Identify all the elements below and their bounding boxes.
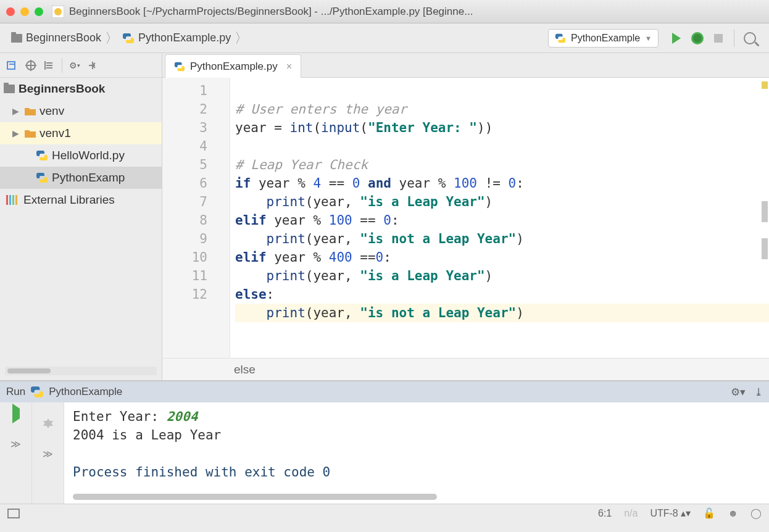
run-body: ≫ ≫ Enter Year: 2004 2004 is a Leap Year… <box>0 402 769 504</box>
svg-rect-2 <box>7 62 15 69</box>
run-config-name: PythonExample <box>49 386 122 398</box>
tree-label: HelloWorld.py <box>52 149 125 162</box>
collapse-icon[interactable] <box>43 59 56 72</box>
tree-label: venv <box>39 104 64 118</box>
svg-rect-3 <box>9 64 15 65</box>
python-file-icon <box>555 33 566 44</box>
sidebar-scrollbar[interactable] <box>5 367 157 375</box>
tree-label: PythonExamp <box>52 171 125 185</box>
run-label: Run <box>6 386 25 398</box>
window-title: BeginnersBook [~/PycharmProjects/Beginne… <box>69 6 473 18</box>
tree-external-libs[interactable]: External Libraries <box>0 189 162 211</box>
python-file-icon <box>122 32 135 44</box>
gutter: 123 456 789 101112 <box>162 78 230 358</box>
tree-label: External Libraries <box>23 193 115 207</box>
console-scrollbar[interactable] <box>73 494 437 500</box>
window-controls <box>6 7 43 16</box>
run-config-selector[interactable]: PythonExample ▼ <box>548 29 659 48</box>
status-na: n/a <box>624 508 638 519</box>
rerun-button[interactable] <box>12 409 20 418</box>
play-icon <box>12 404 20 423</box>
bug-icon <box>691 32 704 44</box>
run-button[interactable] <box>668 30 685 47</box>
run-toolbar-nav: ≫ <box>32 402 64 504</box>
tree-item-helloworld[interactable]: HelloWorld.py <box>0 144 162 167</box>
tree-project-root[interactable]: BeginnersBook <box>0 78 162 100</box>
folder-icon <box>25 107 36 115</box>
inspector-icon[interactable]: ☻ <box>728 508 738 519</box>
run-panel: Run PythonExample ⚙▾ ⤓ ≫ ≫ Enter Year: 2… <box>0 380 769 504</box>
folder-icon <box>25 129 36 138</box>
play-icon <box>672 33 681 44</box>
status-bar: 6:1 n/a UTF-8 ▴▾ 🔓 ☻ ◯ <box>0 504 769 522</box>
tree-item-pythonexample[interactable]: PythonExamp <box>0 167 162 189</box>
code-breadcrumb[interactable]: else <box>162 358 769 380</box>
folder-icon <box>4 85 15 93</box>
tab-label: PythonExample.py <box>190 60 278 73</box>
close-tab-icon[interactable]: × <box>286 61 292 72</box>
gear-icon[interactable]: ⚙▾ <box>69 59 81 72</box>
svg-point-1 <box>54 8 62 15</box>
close-window-icon[interactable] <box>6 7 15 16</box>
run-toolbar-left: ≫ <box>0 402 32 504</box>
breadcrumb-file-label: PythonExample.py <box>138 31 231 44</box>
stop-icon <box>714 34 723 43</box>
expand-arrow-icon[interactable]: ▶ <box>12 128 21 138</box>
project-tree[interactable]: BeginnersBook ▶ venv ▶ venv1 HelloWorld.… <box>0 78 162 220</box>
tree-item-venv1[interactable]: ▶ venv1 <box>0 122 162 144</box>
console-output[interactable]: Enter Year: 2004 2004 is a Leap Year Pro… <box>64 402 769 504</box>
tree-label: venv1 <box>39 127 71 140</box>
folder-icon <box>11 34 22 43</box>
stop-button[interactable] <box>710 30 727 47</box>
chevron-right-icon: 〉 <box>235 29 248 48</box>
download-icon[interactable]: ⤓ <box>754 386 763 399</box>
code-editor[interactable]: 123 456 789 101112 # User enters the yea… <box>162 78 769 358</box>
target-icon[interactable] <box>25 59 37 72</box>
hide-icon[interactable] <box>87 59 99 72</box>
search-button[interactable] <box>741 30 759 47</box>
down-button[interactable] <box>43 428 53 438</box>
arrow-down-icon <box>43 421 53 438</box>
breadcrumb-root[interactable]: BeginnersBook <box>9 31 104 44</box>
lock-icon[interactable]: 🔓 <box>703 507 715 519</box>
breadcrumb: BeginnersBook 〉 PythonExample.py 〉 <box>9 29 249 48</box>
more-icon[interactable]: ≫ <box>10 438 21 450</box>
python-file-icon <box>36 172 48 184</box>
code-content[interactable]: # User enters the yearyear = int(input("… <box>230 78 769 358</box>
cursor-position[interactable]: 6:1 <box>598 508 612 519</box>
search-icon <box>744 32 756 44</box>
main-area: ⚙▾ BeginnersBook ▶ venv ▶ venv1 HelloWor… <box>0 53 769 380</box>
python-file-icon <box>36 149 48 162</box>
separator <box>734 30 734 47</box>
minimize-window-icon[interactable] <box>20 7 29 16</box>
python-file-icon <box>30 385 44 399</box>
run-panel-header[interactable]: Run PythonExample ⚙▾ ⤓ <box>0 381 769 402</box>
tool-window-icon[interactable] <box>7 509 20 518</box>
libraries-icon <box>6 195 17 205</box>
titlebar: BeginnersBook [~/PycharmProjects/Beginne… <box>0 0 769 23</box>
editor-tabs: PythonExample.py × <box>162 53 769 78</box>
project-sidebar: ⚙▾ BeginnersBook ▶ venv ▶ venv1 HelloWor… <box>0 53 162 380</box>
pycharm-app-icon <box>52 6 64 18</box>
editor-marks <box>760 78 769 358</box>
scroll-from-source-icon[interactable] <box>6 59 19 72</box>
chevron-right-icon: 〉 <box>105 29 118 48</box>
chevron-down-icon: ▼ <box>645 35 652 42</box>
run-config-label: PythonExample <box>571 33 640 44</box>
editor-area: PythonExample.py × 123 456 789 101112 # … <box>162 53 769 380</box>
expand-arrow-icon[interactable]: ▶ <box>12 106 21 116</box>
debug-button[interactable] <box>689 30 706 47</box>
maximize-window-icon[interactable] <box>35 7 43 16</box>
feedback-icon[interactable]: ◯ <box>750 507 762 519</box>
tree-item-venv[interactable]: ▶ venv <box>0 100 162 122</box>
python-file-icon <box>174 61 185 72</box>
gear-icon[interactable]: ⚙▾ <box>731 386 746 399</box>
up-button[interactable] <box>43 409 53 418</box>
file-encoding[interactable]: UTF-8 ▴▾ <box>650 507 691 519</box>
breadcrumb-file[interactable]: PythonExample.py <box>120 31 233 44</box>
project-name: BeginnersBook <box>19 82 105 96</box>
sidebar-toolbar: ⚙▾ <box>0 53 162 78</box>
code-breadcrumb-label: else <box>234 363 256 376</box>
more-icon[interactable]: ≫ <box>43 448 53 460</box>
tab-pythonexample[interactable]: PythonExample.py × <box>165 54 301 78</box>
